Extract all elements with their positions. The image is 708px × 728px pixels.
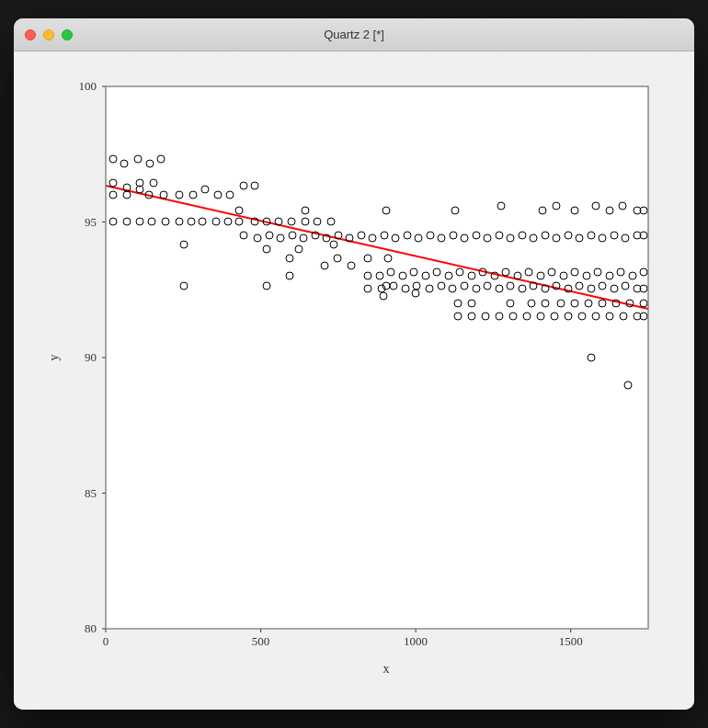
scatter-plot: 100 95 90 85 80 0 500 1000 1 xyxy=(41,68,667,693)
app-window: Quartz 2 [*] 100 95 xyxy=(14,18,694,710)
svg-text:1000: 1000 xyxy=(404,634,428,648)
close-button[interactable] xyxy=(25,29,36,40)
svg-text:x: x xyxy=(383,662,390,676)
svg-text:90: 90 xyxy=(85,350,97,364)
svg-text:95: 95 xyxy=(85,215,97,229)
svg-text:1500: 1500 xyxy=(559,634,583,648)
svg-text:85: 85 xyxy=(85,486,97,500)
minimize-button[interactable] xyxy=(43,29,54,40)
titlebar: Quartz 2 [*] xyxy=(14,18,694,51)
chart-container: 100 95 90 85 80 0 500 1000 1 xyxy=(41,68,667,693)
traffic-lights xyxy=(25,29,73,40)
svg-rect-1 xyxy=(106,86,648,629)
window-title: Quartz 2 [*] xyxy=(324,28,384,41)
plot-area: 100 95 90 85 80 0 500 1000 1 xyxy=(14,51,694,710)
svg-text:y: y xyxy=(47,355,61,361)
svg-text:80: 80 xyxy=(85,621,97,635)
svg-text:0: 0 xyxy=(103,634,109,648)
maximize-button[interactable] xyxy=(62,29,73,40)
svg-text:500: 500 xyxy=(252,634,270,648)
svg-text:100: 100 xyxy=(79,79,97,93)
